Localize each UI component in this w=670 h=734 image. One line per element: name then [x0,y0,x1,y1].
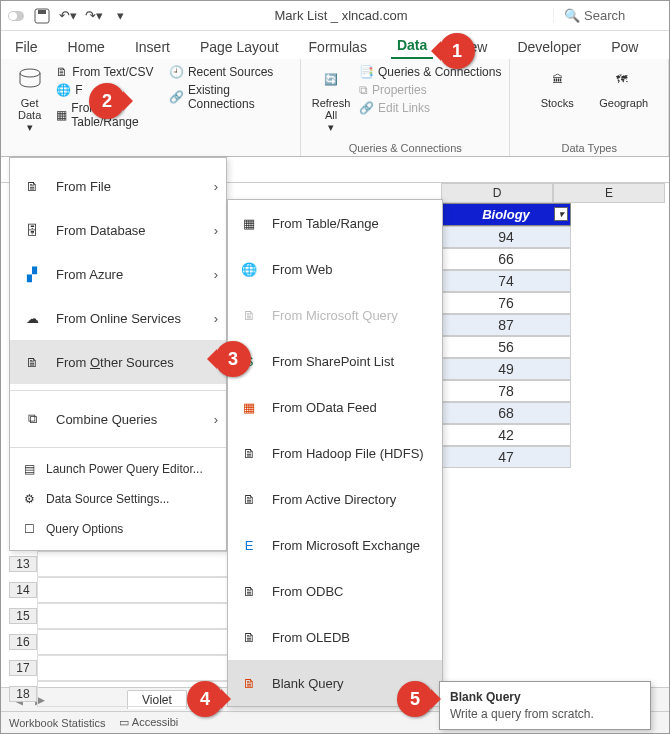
save-icon[interactable] [33,7,51,25]
other-sources-icon: 🗎 [20,350,44,374]
menu-from-other-sources[interactable]: 🗎From Other Sources› [10,340,226,384]
submenu-from-hdfs[interactable]: 🗎From Hadoop File (HDFS) [228,430,442,476]
tab-page-layout[interactable]: Page Layout [194,35,285,59]
geography-button[interactable]: 🗺 Geograph [599,63,643,109]
undo-icon[interactable]: ↶▾ [59,7,77,25]
tell-me-search[interactable]: 🔍 Search [553,8,663,23]
globe-icon: 🌐 [56,83,71,97]
autosave-toggle[interactable] [7,7,25,25]
menu-data-source-settings[interactable]: ⚙Data Source Settings... [10,484,226,514]
cell-d10[interactable]: 68 [441,402,571,424]
group-get-transform: Get Data ▾ 🗎From Text/CSV 🌐F ▦From Table… [1,59,301,156]
menu-combine-queries[interactable]: ⧉Combine Queries› [10,397,226,441]
chevron-right-icon: › [214,412,218,427]
cell-a15[interactable] [37,603,229,629]
recent-sources-button[interactable]: 🕘Recent Sources [169,63,292,81]
row-header-15[interactable]: 15 [9,608,37,624]
get-data-button[interactable]: Get Data ▾ [9,63,50,133]
odata-icon: ▦ [238,396,260,418]
submenu-from-web[interactable]: 🌐From Web [228,246,442,292]
stocks-button[interactable]: 🏛 Stocks [535,63,579,109]
tab-developer[interactable]: Developer [511,35,587,59]
row-header-18[interactable]: 18 [9,686,37,702]
properties-icon: ⧉ [359,83,368,97]
column-header-e[interactable]: E [553,183,665,203]
svg-point-1 [9,12,17,20]
from-textcsv-button[interactable]: 🗎From Text/CSV [56,63,163,81]
tab-file[interactable]: File [9,35,44,59]
tab-insert[interactable]: Insert [129,35,176,59]
tooltip-blank-query: Blank Query Write a query from scratch. [439,681,651,730]
tab-formulas[interactable]: Formulas [303,35,373,59]
chevron-right-icon: › [214,223,218,238]
callout-4: 4 [187,681,223,717]
qat-more-icon[interactable]: ▾ [111,7,129,25]
submenu-from-odbc[interactable]: 🗎From ODBC [228,568,442,614]
cell-a17[interactable] [37,655,229,681]
cell-d7[interactable]: 56 [441,336,571,358]
menu-launch-pq-editor[interactable]: ▤Launch Power Query Editor... [10,454,226,484]
submenu-from-oledb[interactable]: 🗎From OLEDB [228,614,442,660]
tab-home[interactable]: Home [62,35,111,59]
queries-connections-button[interactable]: 📑Queries & Connections [359,63,501,81]
chevron-right-icon: › [214,311,218,326]
submenu-from-ad[interactable]: 🗎From Active Directory [228,476,442,522]
cell-d2[interactable]: 94 [441,226,571,248]
cell-d9[interactable]: 78 [441,380,571,402]
cell-d6[interactable]: 87 [441,314,571,336]
edit-links-button: 🔗Edit Links [359,99,501,117]
cell-d3[interactable]: 66 [441,248,571,270]
table-header-biology[interactable]: Biology▾ [441,203,571,226]
pq-editor-icon: ▤ [20,460,38,478]
cell-d4[interactable]: 74 [441,270,571,292]
blank-query-icon: 🗎 [238,672,260,694]
hadoop-icon: 🗎 [238,442,260,464]
cell-a16[interactable] [37,629,229,655]
submenu-from-odata[interactable]: ▦From OData Feed [228,384,442,430]
row-header-16[interactable]: 16 [9,634,37,650]
existing-connections-button[interactable]: 🔗Existing Connections [169,81,292,113]
other-sources-submenu: ▦From Table/Range 🌐From Web 🗎From Micros… [227,199,443,707]
svg-rect-3 [38,10,46,14]
row-area: 12Haradhan Bandopadhya 131415161718 [9,525,229,707]
cell-d11[interactable]: 42 [441,424,571,446]
oledb-icon: 🗎 [238,626,260,648]
submenu-from-tablerange[interactable]: ▦From Table/Range [228,200,442,246]
submenu-from-exchange[interactable]: EFrom Microsoft Exchange [228,522,442,568]
group-queries-connections: 🔄 Refresh All▾ 📑Queries & Connections ⧉P… [301,59,510,156]
cell-a14[interactable] [37,577,229,603]
group-label [9,140,292,154]
row-header-13[interactable]: 13 [9,556,37,572]
callout-1: 1 [439,33,475,69]
cell-d8[interactable]: 49 [441,358,571,380]
workbook-statistics[interactable]: Workbook Statistics [9,717,105,729]
menu-from-database[interactable]: 🗄From Database› [10,208,226,252]
quick-access-toolbar: ↶▾ ↷▾ ▾ [7,7,129,25]
menu-from-online-services[interactable]: ☁From Online Services› [10,296,226,340]
menu-query-options[interactable]: ☐Query Options [10,514,226,544]
msquery-icon: 🗎 [238,304,260,326]
filter-dropdown-icon[interactable]: ▾ [554,207,568,221]
cell-d12[interactable]: 47 [441,446,571,468]
refresh-icon: 🔄 [315,63,347,95]
accessibility-status[interactable]: ▭ Accessibi [119,716,178,729]
combine-icon: ⧉ [20,407,44,431]
geography-icon: 🗺 [605,63,637,95]
tooltip-body: Write a query from scratch. [450,707,640,721]
refresh-all-button[interactable]: 🔄 Refresh All▾ [309,63,353,133]
worksheet-grid: D E Biology▾ 9466747687564978684247 [441,183,669,468]
cloud-icon: ☁ [20,306,44,330]
column-header-d[interactable]: D [441,183,553,203]
redo-icon[interactable]: ↷▾ [85,7,103,25]
table-icon: ▦ [56,108,67,122]
chevron-right-icon: › [214,267,218,282]
cell-a13[interactable] [37,551,229,577]
menu-from-azure[interactable]: ▞From Azure› [10,252,226,296]
tab-power[interactable]: Pow [605,35,644,59]
row-header-14[interactable]: 14 [9,582,37,598]
cell-d5[interactable]: 76 [441,292,571,314]
ribbon-tabs: File Home Insert Page Layout Formulas Da… [1,31,669,59]
row-header-17[interactable]: 17 [9,660,37,676]
submenu-from-sharepoint[interactable]: SFrom SharePoint List [228,338,442,384]
menu-from-file[interactable]: 🗎From File› [10,164,226,208]
